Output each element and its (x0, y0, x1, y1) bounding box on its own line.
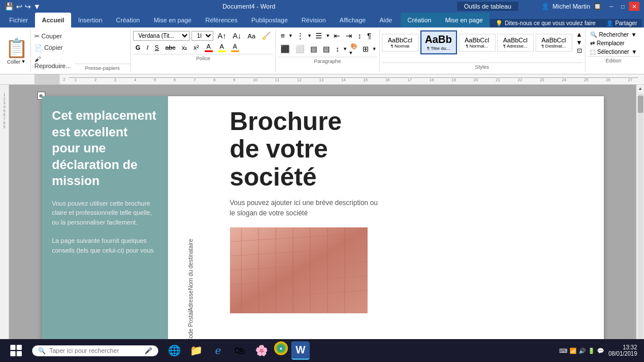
wifi-icon[interactable]: 📶 (569, 348, 576, 354)
tab-revision[interactable]: Révision (295, 13, 333, 27)
shade-button[interactable]: 🎨 (349, 42, 359, 50)
tab-aide[interactable]: Aide (373, 13, 399, 27)
scroll-track (638, 93, 643, 341)
styles-scroll-down[interactable]: ▼ (576, 39, 583, 46)
doc-title: Document4 - Word (41, 3, 457, 10)
taskbar-icon-chrome[interactable]: ● (274, 341, 288, 355)
redo-icon[interactable]: ↪ (25, 2, 31, 11)
highlight-icon: A (220, 43, 224, 50)
tab-ctx-mise-en-page[interactable]: Mise en page (438, 13, 490, 27)
styles-scroll-up[interactable]: ▲ (576, 31, 583, 38)
battery-icon[interactable]: 🔋 (588, 348, 595, 354)
ruler: 2 12345 678910 1112131415 1617181920 212… (0, 74, 644, 85)
font-family-select[interactable]: Verdana (Tit... (133, 31, 190, 41)
style-adresse[interactable]: AaBbCcl ¶ Adresse... (497, 34, 534, 52)
keyboard-icon[interactable]: ⌨ (559, 348, 567, 354)
tab-creation[interactable]: Création (109, 13, 147, 27)
style-titre[interactable]: AaBb ¶ Titre du... (420, 30, 457, 54)
couper-button[interactable]: ✂ Couper (32, 32, 73, 41)
increase-font-button[interactable]: A↑ (215, 30, 228, 41)
align-right-button[interactable]: ▤ (308, 44, 319, 54)
tab-affichage[interactable]: Affichage (333, 13, 373, 27)
numbering-arrow[interactable]: ▼ (307, 33, 312, 38)
remplacer-button[interactable]: ⇄ Remplacer (588, 39, 640, 48)
document-page: ⊕ Cet emplacement est excellent pour une… (42, 96, 604, 349)
windows-logo (10, 345, 22, 356)
notification-icon[interactable]: 💬 (597, 348, 604, 354)
char-highlight-button[interactable]: A (229, 42, 241, 53)
border-button[interactable]: ⊞ (360, 44, 371, 54)
strikethrough-button[interactable]: abc (163, 43, 178, 52)
ribbon-content: 📋 Coller ▼ ✂ Couper 📄 Copier 🖌 Reproduir… (0, 27, 644, 74)
line-spacing-button[interactable]: ↕ (333, 44, 342, 54)
taskbar: 🔍 🎤 🌐 📁 ℯ 🛍 🌸 ● W ⌨ 📶 🔊 🔋 💬 13:32 08/01/… (0, 339, 644, 362)
vertical-text-adresse: Adresse (186, 290, 195, 312)
sort-button[interactable]: ↕ (356, 30, 364, 41)
taskbar-icon-photos[interactable]: 🌸 (252, 341, 271, 360)
font-size-select[interactable]: 18 (192, 31, 213, 41)
numbering-button[interactable]: ⋮ (294, 30, 306, 41)
taskbar-icon-explorer[interactable]: 📁 (187, 341, 205, 360)
justify-button[interactable]: ▤ (321, 44, 332, 54)
bullets-arrow[interactable]: ▼ (288, 33, 293, 38)
taskbar-icon-cortana[interactable]: 🌐 (165, 341, 184, 360)
undo-icon[interactable]: ↩ (16, 2, 22, 11)
taskbar-icon-store[interactable]: 🛍 (231, 341, 249, 360)
coller-button[interactable]: 📋 Coller ▼ (2, 29, 31, 72)
change-case-button[interactable]: Aa (245, 32, 257, 41)
highlight-color-button[interactable]: A (216, 42, 228, 53)
show-marks-button[interactable]: ¶ (365, 30, 373, 41)
tab-mise-en-page[interactable]: Mise en page (147, 13, 198, 27)
underline-button[interactable]: S (153, 43, 161, 52)
left-column: Cet emplacement est excellent pour une d… (42, 96, 168, 349)
styles-expand[interactable]: ⊡ (576, 47, 583, 54)
selectionner-button[interactable]: ⬚ Sélectionner ▼ (588, 48, 640, 56)
italic-button[interactable]: I (145, 43, 151, 52)
bullets-button[interactable]: ≡ (278, 30, 287, 41)
shade-arrow[interactable]: ▼ (349, 50, 359, 56)
taskbar-search-input[interactable] (49, 347, 141, 354)
clear-format-button[interactable]: 🧹 (259, 30, 273, 41)
taskbar-icon-edge[interactable]: ℯ (209, 341, 227, 360)
collage-special-button[interactable]: 🖌 Reproduire... (32, 54, 73, 70)
minimize-button[interactable]: ─ (606, 2, 616, 11)
tab-fichier[interactable]: Fichier (2, 13, 35, 27)
align-center-button[interactable]: ⬜ (293, 44, 307, 54)
taskbar-search-box[interactable]: 🔍 🎤 (32, 345, 158, 356)
font-color-button[interactable]: A (203, 42, 214, 53)
tab-publipostage[interactable]: Publipostage (244, 13, 295, 27)
scroll-thumb[interactable] (638, 96, 643, 113)
decrease-font-button[interactable]: A↓ (231, 30, 244, 41)
style-destinat[interactable]: AaBbCcl ¶ Destinat... (536, 34, 572, 52)
microphone-icon[interactable]: 🎤 (145, 347, 153, 355)
more-icon[interactable]: ▼ (33, 2, 41, 11)
tab-accueil[interactable]: Accueil (35, 13, 71, 27)
close-button[interactable]: ✕ (629, 2, 639, 11)
save-icon[interactable]: 💾 (5, 2, 14, 11)
scroll-up-button[interactable]: ▲ (637, 85, 644, 92)
style-normal2[interactable]: AaBbCcl ¶ Normal... (459, 34, 495, 52)
taskbar-icon-word[interactable]: W (291, 341, 310, 360)
border-arrow[interactable]: ▼ (372, 46, 377, 52)
dites-nous-button[interactable]: 💡 Dites-nous ce que vous voulez faire (490, 19, 601, 27)
style-normal[interactable]: AaBbCcl ¶ Normal (382, 34, 419, 52)
line-spacing-arrow[interactable]: ▼ (343, 46, 348, 52)
maximize-button[interactable]: □ (618, 2, 628, 11)
decrease-indent-button[interactable]: ⇤ (331, 30, 342, 41)
align-left-button[interactable]: ⬛ (278, 44, 292, 54)
start-button[interactable] (2, 340, 30, 361)
copier-button[interactable]: 📄 Copier (32, 43, 73, 53)
rechercher-button[interactable]: 🔍 Rechercher ▼ (588, 30, 640, 39)
partager-button[interactable]: 👤 Partager (602, 19, 642, 27)
tab-references[interactable]: Références (198, 13, 244, 27)
multilevel-arrow[interactable]: ▼ (326, 33, 330, 38)
bold-button[interactable]: G (133, 43, 143, 52)
increase-indent-button[interactable]: ⇥ (344, 30, 354, 41)
presse-papiers-section: 📋 Coller ▼ ✂ Couper 📄 Copier 🖌 Reproduir… (2, 29, 131, 72)
speaker-icon[interactable]: 🔊 (579, 348, 586, 354)
subscript-button[interactable]: x₂ (179, 43, 190, 53)
tab-ctx-creation[interactable]: Création (401, 13, 439, 27)
multilevel-button[interactable]: ☰ (313, 30, 325, 41)
superscript-button[interactable]: x² (191, 43, 201, 52)
tab-insertion[interactable]: Insertion (71, 13, 109, 27)
